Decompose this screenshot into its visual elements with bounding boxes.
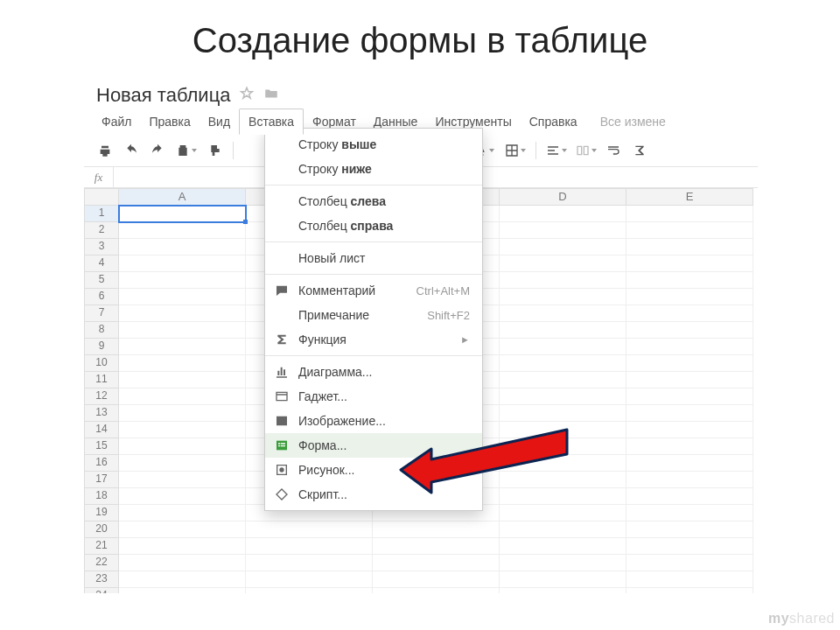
cell[interactable] (626, 388, 753, 405)
cell[interactable] (626, 438, 753, 455)
cell[interactable] (119, 388, 246, 405)
cell[interactable] (626, 455, 753, 472)
cell[interactable] (626, 422, 753, 438)
cell[interactable] (500, 588, 626, 593)
row-header[interactable]: 6 (84, 289, 119, 305)
redo-button[interactable] (145, 140, 170, 161)
row-header[interactable]: 17 (84, 472, 119, 488)
cell[interactable] (119, 438, 246, 455)
menu-insert[interactable]: Вставка (239, 108, 304, 135)
cell[interactable] (626, 488, 753, 505)
col-header-a[interactable]: A (119, 188, 246, 206)
cell[interactable] (246, 522, 373, 538)
menu-help[interactable]: Справка (521, 109, 586, 134)
cell[interactable] (626, 272, 753, 289)
cell[interactable] (500, 222, 626, 239)
cell[interactable] (500, 355, 626, 372)
wrap-button[interactable] (601, 140, 626, 161)
cell[interactable] (500, 206, 626, 222)
cell[interactable] (119, 305, 246, 322)
row-header[interactable]: 24 (84, 588, 119, 593)
cell[interactable] (119, 372, 246, 388)
row-header[interactable]: 7 (84, 305, 119, 322)
cell[interactable] (500, 305, 626, 322)
menu-edit[interactable]: Правка (140, 109, 199, 134)
row-header[interactable]: 4 (84, 256, 119, 272)
row-header[interactable]: 8 (84, 322, 119, 339)
paint-format-button[interactable] (203, 140, 228, 161)
cell[interactable] (373, 555, 500, 571)
cell[interactable] (119, 239, 246, 256)
cell[interactable] (626, 322, 753, 339)
row-header[interactable]: 11 (84, 372, 119, 388)
cell[interactable] (246, 588, 373, 593)
cell[interactable] (626, 538, 753, 555)
paste-button[interactable] (172, 140, 201, 161)
cell[interactable] (500, 405, 626, 422)
cell[interactable] (500, 289, 626, 305)
dd-new-sheet[interactable]: Новый лист (265, 246, 482, 270)
row-header[interactable]: 19 (84, 505, 119, 522)
cell[interactable] (500, 272, 626, 289)
cell[interactable] (119, 339, 246, 355)
dd-comment[interactable]: Комментарий Ctrl+Alt+M (265, 278, 482, 303)
row-header[interactable]: 20 (84, 522, 119, 538)
cell[interactable] (119, 256, 246, 272)
cell[interactable] (500, 522, 626, 538)
cell[interactable] (626, 256, 753, 272)
cell[interactable] (500, 438, 626, 455)
cell[interactable] (500, 239, 626, 256)
cell[interactable] (500, 505, 626, 522)
cell[interactable] (119, 571, 246, 588)
row-header[interactable]: 5 (84, 272, 119, 289)
row-header[interactable]: 16 (84, 455, 119, 472)
cell[interactable] (626, 206, 753, 222)
row-header[interactable]: 18 (84, 488, 119, 505)
row-header[interactable]: 13 (84, 405, 119, 422)
row-header[interactable]: 23 (84, 571, 119, 588)
row-header[interactable]: 14 (84, 422, 119, 438)
cell[interactable] (626, 239, 753, 256)
cell[interactable] (119, 405, 246, 422)
menu-file[interactable]: Файл (93, 109, 140, 134)
cell[interactable] (119, 289, 246, 305)
cell[interactable] (626, 505, 753, 522)
dd-drawing[interactable]: Рисунок... (265, 458, 482, 482)
merge-button[interactable] (573, 140, 599, 161)
cell[interactable] (500, 388, 626, 405)
dd-form[interactable]: Форма... (265, 433, 482, 458)
cell[interactable] (119, 272, 246, 289)
dd-col-left[interactable]: Столбец слева (265, 189, 482, 214)
row-header[interactable]: 1 (84, 206, 119, 222)
menu-view[interactable]: Вид (200, 109, 239, 134)
star-icon[interactable] (239, 86, 255, 105)
row-header[interactable]: 2 (84, 222, 119, 239)
cell[interactable] (626, 405, 753, 422)
folder-icon[interactable] (263, 86, 279, 105)
row-header[interactable]: 21 (84, 538, 119, 555)
dd-chart[interactable]: Диаграмма... (265, 360, 482, 384)
row-header[interactable]: 10 (84, 355, 119, 372)
cell[interactable] (119, 355, 246, 372)
cell[interactable] (626, 522, 753, 538)
cell[interactable] (626, 588, 753, 593)
cell[interactable] (119, 455, 246, 472)
cell[interactable] (246, 555, 373, 571)
cell[interactable] (500, 538, 626, 555)
cell[interactable] (500, 555, 626, 571)
col-header-d[interactable]: D (500, 188, 626, 206)
cell[interactable] (500, 322, 626, 339)
cell[interactable] (626, 472, 753, 488)
cell[interactable] (119, 522, 246, 538)
undo-button[interactable] (119, 140, 144, 161)
row-header[interactable]: 22 (84, 555, 119, 571)
cell[interactable] (119, 555, 246, 571)
cell[interactable] (626, 289, 753, 305)
cell[interactable] (246, 538, 373, 555)
cell[interactable] (500, 339, 626, 355)
cell[interactable] (246, 571, 373, 588)
cell[interactable] (373, 588, 500, 593)
cell[interactable] (119, 538, 246, 555)
cell[interactable] (626, 571, 753, 588)
cell[interactable] (119, 222, 246, 239)
